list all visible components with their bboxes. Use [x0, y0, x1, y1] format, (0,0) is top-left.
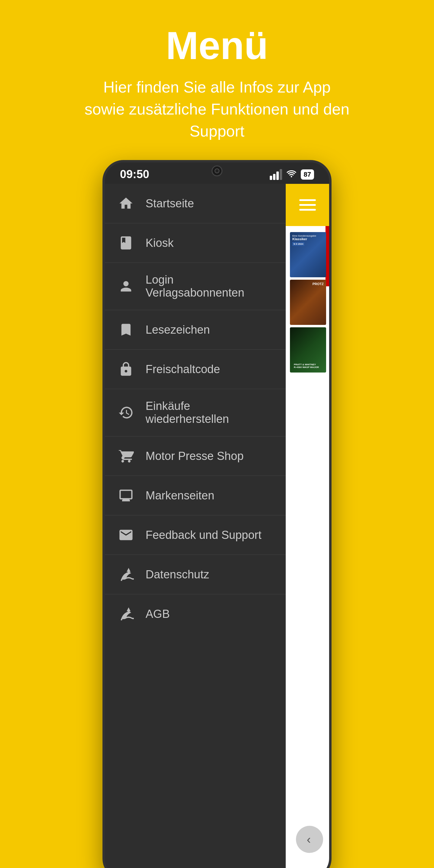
power-button	[329, 271, 332, 307]
lock-icon	[117, 360, 135, 378]
scroll-back-button[interactable]: ‹	[296, 826, 323, 853]
magazine-cover-2[interactable]: PROTZ	[290, 280, 326, 325]
signal-icon	[270, 169, 282, 180]
scale-datenschutz-icon	[117, 565, 135, 584]
page-title: Menü	[166, 24, 268, 67]
volume-down-button	[102, 289, 105, 310]
menu-label-login: Login Verlagsabonnenten	[146, 273, 274, 299]
menu-label-freischaltcode: Freischaltcode	[146, 363, 220, 376]
phone-wrapper: 09:50	[0, 160, 434, 868]
menu-label-lesezeichen: Lesezeichen	[146, 323, 210, 336]
app-header	[286, 184, 329, 226]
menu-label-einkaufe: Einkäufe wiederherstellen	[146, 400, 274, 426]
app-area: Startseite Kiosk	[105, 184, 329, 868]
battery-indicator: 87	[301, 169, 314, 180]
status-bar: 09:50	[105, 162, 329, 184]
camera-dot	[215, 168, 219, 173]
page-subtitle: Hier finden Sie alle Infos zur App sowie…	[82, 76, 352, 142]
menu-item-markenseiten[interactable]: Markenseiten	[105, 476, 286, 516]
menu-label-startseite: Startseite	[146, 197, 194, 210]
menu-item-agb[interactable]: AGB	[105, 594, 286, 633]
menu-label-markenseiten: Markenseiten	[146, 489, 214, 502]
camera-notch	[212, 165, 222, 176]
status-time: 09:50	[120, 168, 149, 181]
book-icon	[117, 234, 135, 252]
magazine-cover-1[interactable]: Eine Sonderausgabe Klassiker N II 2024	[290, 232, 326, 277]
bookmark-icon	[117, 321, 135, 339]
magazine-list: Eine Sonderausgabe Klassiker N II 2024 P…	[286, 229, 329, 375]
phone-frame: 09:50	[102, 160, 332, 868]
menu-item-feedback[interactable]: Feedback und Support	[105, 516, 286, 555]
volume-up-button	[102, 253, 105, 274]
status-icons: 87	[270, 169, 314, 180]
hamburger-line-1	[299, 199, 316, 201]
restore-icon	[117, 404, 135, 422]
menu-label-shop: Motor Presse Shop	[146, 450, 244, 463]
magazine-cover-3[interactable]: PRATT & WHITNEYR-4360 WASP MAJOR	[290, 327, 326, 373]
mail-icon	[117, 526, 135, 544]
menu-label-agb: AGB	[146, 608, 170, 621]
menu-item-datenschutz[interactable]: Datenschutz	[105, 555, 286, 594]
cart-icon	[117, 447, 135, 465]
menu-item-einkaufe[interactable]: Einkäufe wiederherstellen	[105, 389, 286, 436]
monitor-icon	[117, 487, 135, 504]
menu-label-datenschutz: Datenschutz	[146, 568, 209, 581]
scale-agb-icon	[117, 605, 135, 623]
menu-item-freischaltcode[interactable]: Freischaltcode	[105, 350, 286, 389]
menu-label-feedback: Feedback und Support	[146, 529, 261, 541]
hamburger-line-3	[299, 209, 316, 211]
app-content: Eine Sonderausgabe Klassiker N II 2024 P…	[286, 184, 329, 868]
hamburger-line-2	[299, 204, 316, 206]
menu-item-shop[interactable]: Motor Presse Shop	[105, 436, 286, 476]
person-icon	[117, 277, 135, 296]
header-section: Menü Hier finden Sie alle Infos zur App …	[0, 0, 434, 160]
menu-label-kiosk: Kiosk	[146, 237, 174, 250]
menu-item-startseite[interactable]: Startseite	[105, 184, 286, 223]
menu-item-login[interactable]: Login Verlagsabonnenten	[105, 263, 286, 310]
chevron-left-icon: ‹	[307, 833, 311, 846]
menu-item-lesezeichen[interactable]: Lesezeichen	[105, 310, 286, 350]
home-icon	[117, 194, 135, 213]
menu-item-kiosk[interactable]: Kiosk	[105, 223, 286, 263]
menu-drawer: Startseite Kiosk	[105, 184, 286, 868]
hamburger-button[interactable]	[299, 199, 316, 211]
wifi-icon	[286, 169, 297, 180]
